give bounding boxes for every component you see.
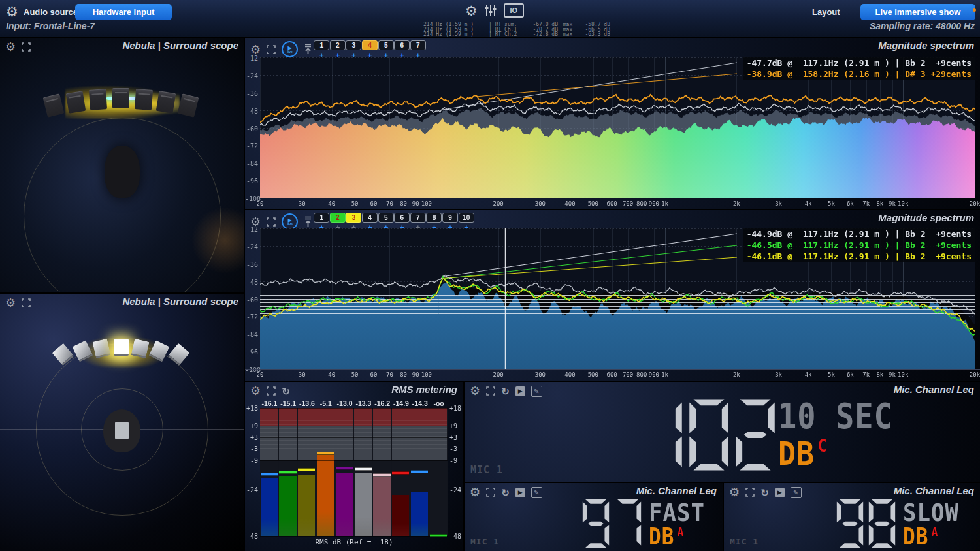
- freq-tick-label: 800: [636, 371, 647, 378]
- slot-button-10[interactable]: 10: [459, 213, 474, 223]
- hardware-input-button[interactable]: Hardware input: [75, 4, 172, 20]
- slot-button-8[interactable]: 8: [426, 213, 442, 223]
- slot-button-1[interactable]: 1: [314, 213, 329, 223]
- slot-button-7[interactable]: 7: [410, 40, 426, 50]
- mixer-sliders-icon[interactable]: [484, 4, 497, 17]
- slot-button-3[interactable]: 3: [346, 40, 361, 50]
- freq-tick-label: 100: [421, 200, 432, 207]
- slot-button-2[interactable]: 2: [330, 40, 346, 50]
- freq-tick-label: 60: [370, 200, 378, 207]
- live-mode-icon[interactable]: ▶live: [282, 213, 298, 230]
- slot-button-2[interactable]: 2: [330, 213, 346, 223]
- magnitude-spectrum-panel-2: ⚙ ▶live 1+2+3+4+5+6+7+8+9+10+ Magnitude …: [245, 210, 980, 381]
- slot-button-4[interactable]: 4: [362, 213, 378, 223]
- leq-weighting-label: A: [678, 525, 685, 539]
- rms-peak-cap: [317, 452, 334, 455]
- freq-tick-label: 10k: [898, 371, 908, 378]
- expand-icon[interactable]: [486, 386, 495, 396]
- slot-button-6[interactable]: 6: [394, 40, 410, 50]
- freq-axis: 2030405060708090100200300400500600700800…: [245, 369, 980, 381]
- sampling-rate-label: Sampling rate: 48000 Hz: [870, 21, 975, 31]
- io-routing-icon[interactable]: IO: [504, 3, 524, 18]
- live-mode-icon[interactable]: ▶live: [282, 41, 298, 57]
- slot-button-5[interactable]: 5: [378, 40, 394, 50]
- rms-channel-value: -oo: [429, 400, 448, 407]
- leq-unit-label: DB: [649, 524, 674, 550]
- rms-scale-label: +18: [246, 405, 258, 412]
- gear-icon[interactable]: ⚙: [250, 385, 261, 397]
- slot-button-7[interactable]: 7: [410, 213, 426, 223]
- hold-arrow-icon[interactable]: [304, 216, 312, 227]
- slot-button-5[interactable]: 5: [378, 213, 394, 223]
- freq-tick-label: 5k: [828, 371, 835, 378]
- edit-icon[interactable]: ✎: [531, 386, 542, 397]
- slot-button-3[interactable]: 3: [346, 213, 361, 223]
- slot-button-9[interactable]: 9: [442, 213, 458, 223]
- leq-value-display: [582, 499, 642, 548]
- freq-tick-label: 10k: [898, 200, 908, 207]
- expand-icon[interactable]: [267, 45, 276, 54]
- rms-bar: [373, 477, 390, 536]
- freq-tick-label: 80: [400, 371, 407, 378]
- leq-weighting-label: A: [932, 525, 939, 539]
- play-icon[interactable]: ▶: [515, 488, 525, 497]
- db-tick-label: -84: [245, 331, 258, 338]
- db-tick-label: -84: [245, 160, 258, 167]
- rms-channel-column: [410, 408, 428, 536]
- play-icon[interactable]: ▶: [775, 488, 785, 497]
- gear-icon[interactable]: ⚙: [729, 486, 740, 498]
- rms-bar: [392, 495, 409, 536]
- db-tick-label: -72: [245, 313, 258, 321]
- reset-icon[interactable]: ↻: [760, 488, 769, 497]
- slot-button-6[interactable]: 6: [394, 213, 410, 223]
- reset-icon[interactable]: ↻: [501, 488, 510, 497]
- settings-gear-icon[interactable]: ⚙: [465, 4, 478, 18]
- edit-icon[interactable]: ✎: [791, 487, 802, 498]
- edit-icon[interactable]: ✎: [531, 487, 542, 498]
- rms-scale-label: -9: [449, 457, 461, 464]
- rms-peak-cap: [279, 471, 296, 474]
- expand-icon[interactable]: [267, 217, 276, 227]
- rms-grid-line: [260, 490, 448, 490]
- slot-button-1[interactable]: 1: [314, 40, 329, 50]
- slot-button-4[interactable]: 4: [362, 40, 378, 50]
- live-immersive-show-button[interactable]: Live immersive show: [860, 4, 975, 20]
- head-detail-line: [111, 170, 133, 170]
- freq-tick-label: 20: [257, 200, 264, 207]
- freq-tick-label: 9k: [889, 200, 896, 207]
- freq-tick-label: 6k: [847, 200, 854, 207]
- play-icon[interactable]: ▶: [515, 386, 525, 396]
- layout-button[interactable]: Layout: [812, 7, 840, 17]
- rms-channel-column: [429, 408, 447, 536]
- rms-peak-cap: [298, 468, 315, 471]
- rms-channel-value: -13.0: [335, 400, 354, 407]
- speaker-icon: [112, 88, 129, 108]
- peak-readout-row: -46.5dB @ 117.1Hz (2.91 m ) | Bb 2 +9cen…: [743, 240, 975, 251]
- rms-channel-value: -13.3: [354, 400, 373, 407]
- panel-title: Mic. Channel Leq: [894, 384, 974, 395]
- rms-channel-column: [335, 408, 353, 536]
- surround-scope-scene[interactable]: [0, 294, 244, 551]
- expand-icon[interactable]: [745, 488, 755, 497]
- surround-scope-scene[interactable]: [0, 38, 244, 292]
- gear-icon[interactable]: ⚙: [250, 44, 261, 55]
- rms-peak-cap: [261, 473, 278, 476]
- freq-tick-label: 80: [400, 200, 407, 207]
- gear-icon[interactable]: ⚙: [470, 486, 480, 498]
- panel-title: RMS metering: [391, 384, 457, 395]
- db-tick-label: -24: [245, 244, 258, 251]
- expand-icon[interactable]: [267, 386, 276, 396]
- leq-value-display: [836, 499, 896, 548]
- audio-source-gear-icon[interactable]: ⚙: [6, 5, 18, 18]
- panel-title: Mic. Channel Leq: [894, 485, 974, 496]
- leq-value-digit: [836, 499, 864, 548]
- expand-icon[interactable]: [486, 488, 495, 497]
- reset-icon[interactable]: ↻: [501, 386, 510, 396]
- reset-icon[interactable]: ↻: [282, 386, 290, 396]
- gear-icon[interactable]: ⚙: [470, 385, 480, 397]
- mic-channel-leq-panel-main: ⚙ ↻ ▶ ✎ Mic. Channel Leq 10 SEC DB C MIC…: [465, 382, 980, 482]
- leq-value-digit: [868, 499, 896, 548]
- hold-arrow-icon[interactable]: [304, 44, 312, 55]
- top-bar: ⚙ Audio source Hardware input Input: Fro…: [0, 0, 980, 37]
- freq-tick-label: 50: [351, 371, 359, 378]
